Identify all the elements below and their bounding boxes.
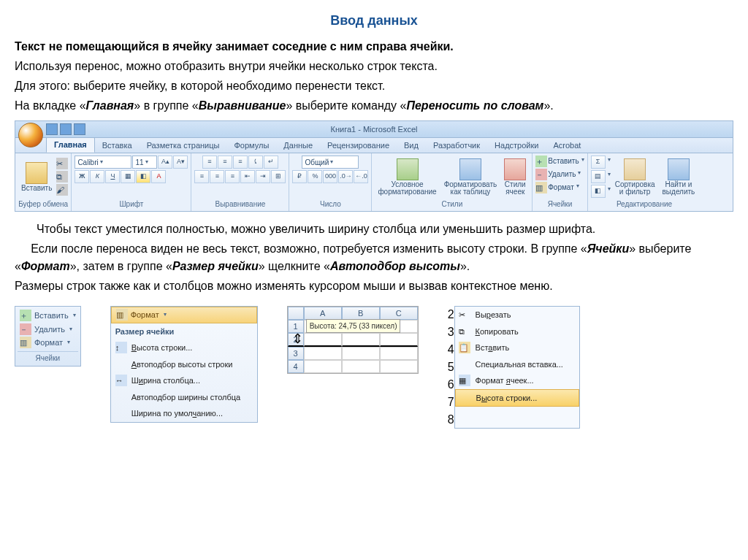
ctx-paste[interactable]: 📋ВставитьВставить — [455, 340, 579, 356]
cut-icon[interactable]: ✂ — [56, 158, 68, 169]
bold-button[interactable]: Ж — [75, 170, 89, 183]
border-button[interactable]: ▦ — [121, 170, 135, 183]
group-number: Общий▾ ₽ % 000 .0→ ←.0 Число — [289, 153, 372, 211]
delete-button[interactable]: －Удалить▾ — [535, 169, 581, 180]
tab-view[interactable]: Вид — [397, 138, 426, 153]
tab-layout[interactable]: Разметка страницы — [140, 138, 227, 153]
row-num[interactable]: 7 — [448, 394, 454, 411]
cell-a1[interactable]: Высота: 24,75 (33 пиксел) — [304, 320, 342, 333]
format-button[interactable]: ▥Формат▾ — [535, 182, 579, 193]
fill-button[interactable]: ▤▾ — [591, 170, 611, 183]
font-family-combo[interactable]: Calibri▾ — [75, 156, 131, 169]
cell-c2[interactable] — [380, 333, 418, 347]
align-left-icon[interactable]: ≡ — [194, 170, 209, 183]
sort-filter-button[interactable]: Сортировкаи фильтр — [612, 157, 658, 197]
tab-formulas[interactable]: Формулы — [226, 138, 276, 153]
clear-button[interactable]: ◧▾ — [591, 185, 611, 198]
cell-a4[interactable] — [304, 360, 342, 373]
tab-review[interactable]: Рецензирование — [320, 138, 397, 153]
font-color-button[interactable]: A — [151, 170, 166, 183]
tab-developer[interactable]: Разработчик — [426, 138, 487, 153]
align-top-icon[interactable]: ≡ — [202, 156, 217, 169]
format-header[interactable]: ▥Формат▾ — [111, 307, 257, 323]
cell-a3[interactable] — [304, 347, 342, 360]
redo-icon[interactable] — [74, 123, 85, 135]
menu-row-height[interactable]: ↕ВВысота строки...ысота строки... — [111, 340, 257, 356]
cell-b2[interactable] — [342, 333, 380, 347]
copy-icon[interactable]: ⧉ — [56, 171, 68, 183]
inc-decimal-icon[interactable]: .0→ — [338, 170, 353, 183]
comma-icon[interactable]: 000 — [323, 170, 337, 183]
row-header-4[interactable]: 4 — [288, 360, 304, 373]
cell-a2[interactable] — [304, 333, 342, 347]
orientation-icon[interactable]: ⤹ — [248, 156, 263, 169]
find-select-button[interactable]: Найти ивыделить — [660, 157, 698, 197]
tab-insert[interactable]: Вставка — [95, 138, 140, 153]
ctx-row-height[interactable]: Высота строки...Высота строки... — [455, 389, 579, 407]
group-cells: ＋Вставить▾ －Удалить▾ ▥Формат▾ Ячейки — [533, 153, 587, 211]
col-header-b[interactable]: B — [342, 307, 380, 320]
col-header-a[interactable]: A — [304, 307, 342, 320]
mini-delete[interactable]: －Удалить▾ — [18, 323, 78, 337]
ctx-copy[interactable]: ⧉КопироватьКопировать — [455, 323, 579, 340]
row-num[interactable]: 2 — [448, 306, 454, 323]
tab-data[interactable]: Данные — [276, 138, 320, 153]
wrap-text-icon[interactable]: ↵ — [264, 156, 278, 169]
cells-mini-panel: ＋Вставить▾ －Удалить▾ ▥Формат▾ Ячейки — [15, 306, 81, 367]
align-bottom-icon[interactable]: ≡ — [233, 156, 248, 169]
percent-icon[interactable]: % — [308, 170, 322, 183]
align-right-icon[interactable]: ≡ — [225, 170, 240, 183]
menu-col-width[interactable]: ↔Ширина столбца...Ширина столбца... — [111, 372, 257, 389]
cell-b3[interactable] — [342, 347, 380, 360]
mini-insert[interactable]: ＋Вставить▾ — [18, 309, 78, 323]
sigma-icon: Σ — [591, 156, 606, 169]
row-header-3[interactable]: 3 — [288, 347, 304, 360]
shrink-font-icon[interactable]: A▾ — [173, 156, 188, 169]
cell-c3[interactable] — [380, 347, 418, 360]
indent-inc-icon[interactable]: ⇥ — [256, 170, 270, 183]
grow-font-icon[interactable]: A▴ — [158, 156, 172, 169]
ctx-paste-special[interactable]: Специальная вставка...Специальная вставк… — [455, 356, 579, 373]
menu-default-width[interactable]: Ширина по умолчанию...Ширина по умолчани… — [111, 405, 257, 422]
tab-addins[interactable]: Надстройки — [487, 138, 546, 153]
insert-button[interactable]: ＋Вставить▾ — [535, 156, 584, 167]
save-icon[interactable] — [46, 123, 58, 135]
font-size-combo[interactable]: 11▾ — [132, 156, 157, 169]
merge-icon[interactable]: ⊞ — [271, 170, 286, 183]
tab-acrobat[interactable]: Acrobat — [546, 138, 588, 153]
context-menu-wrap: 2 3 4 5 6 7 8 ✂ВырезатьВырезать ⧉Копиров… — [448, 306, 580, 429]
ctx-cut[interactable]: ✂ВырезатьВырезать — [455, 307, 579, 323]
tab-home[interactable]: Главная — [46, 137, 95, 153]
format-painter-icon[interactable]: 🖌 — [56, 184, 68, 196]
ctx-format-cells[interactable]: ▦Формат ячеек...Формат ячеек... — [455, 372, 579, 389]
row-num[interactable]: 4 — [448, 341, 454, 358]
italic-button[interactable]: К — [90, 170, 104, 183]
office-button[interactable] — [18, 123, 43, 147]
cell-c4[interactable] — [380, 360, 418, 373]
underline-button[interactable]: Ч — [105, 170, 120, 183]
row-num[interactable]: 6 — [448, 376, 454, 394]
format-as-table-button[interactable]: Форматироватькак таблицу — [441, 157, 500, 197]
cell-b4[interactable] — [342, 360, 380, 373]
col-header-c[interactable]: C — [380, 307, 418, 320]
row-num[interactable]: 5 — [448, 358, 454, 376]
number-format-combo[interactable]: Общий▾ — [302, 156, 359, 169]
mini-format[interactable]: ▥Формат▾ — [18, 336, 78, 350]
autosum-button[interactable]: Σ▾ — [591, 156, 611, 169]
cell-styles-button[interactable]: Стилиячеек — [501, 157, 529, 197]
indent-dec-icon[interactable]: ⇤ — [240, 170, 255, 183]
corner-cell[interactable] — [288, 307, 304, 320]
undo-icon[interactable] — [60, 123, 72, 135]
dec-decimal-icon[interactable]: ←.0 — [354, 170, 368, 183]
row-num[interactable]: 3 — [448, 323, 454, 341]
fill-color-button[interactable]: ◧ — [136, 170, 150, 183]
conditional-formatting-button[interactable]: Условноеформатирование — [375, 157, 439, 197]
currency-icon[interactable]: ₽ — [292, 170, 307, 183]
menu-autofit-height[interactable]: Автоподбор высоты строкиАвтоподбор высот… — [111, 356, 257, 373]
group-editing: Σ▾ ▤▾ ◧▾ Сортировкаи фильтр Найти ивыдел… — [588, 153, 701, 211]
menu-autofit-width[interactable]: Автоподбор ширины столбцаАвтоподбор шири… — [111, 389, 257, 406]
align-center-icon[interactable]: ≡ — [210, 170, 224, 183]
paste-button[interactable]: Вставить — [18, 161, 55, 193]
row-num[interactable]: 8 — [448, 411, 454, 429]
align-middle-icon[interactable]: ≡ — [218, 156, 232, 169]
